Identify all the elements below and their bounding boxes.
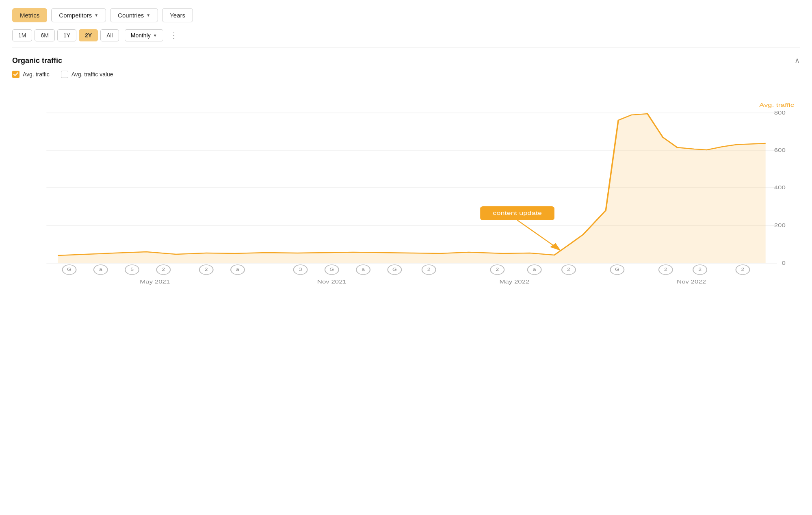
metrics-button[interactable]: Metrics bbox=[12, 8, 47, 22]
update-label-11: 2 bbox=[427, 267, 431, 272]
monthly-dropdown-arrow: ▼ bbox=[153, 33, 157, 38]
range-all-label: All bbox=[106, 32, 113, 39]
more-options-button[interactable]: ⋮ bbox=[166, 29, 182, 42]
update-label-16: 2 bbox=[664, 267, 667, 272]
update-label-14: 2 bbox=[567, 267, 570, 272]
update-label-9: a bbox=[362, 267, 365, 272]
y-tick-200: 200 bbox=[774, 223, 786, 228]
x-label-may2021: May 2021 bbox=[140, 279, 170, 284]
update-label-13: a bbox=[533, 267, 536, 272]
update-label-7: 3 bbox=[299, 267, 302, 272]
avg-traffic-value-label: Avg. traffic value bbox=[71, 71, 113, 78]
countries-label: Countries bbox=[118, 12, 144, 19]
monthly-dropdown-button[interactable]: Monthly ▼ bbox=[125, 29, 163, 41]
years-label: Years bbox=[170, 12, 185, 19]
chart-area-fill bbox=[58, 114, 765, 263]
range-1y-label: 1Y bbox=[63, 32, 70, 39]
y-tick-0: 0 bbox=[782, 260, 785, 266]
update-label-6: a bbox=[236, 267, 239, 272]
update-label-8: G bbox=[329, 267, 334, 272]
y-tick-600: 600 bbox=[774, 147, 786, 153]
dots-icon: ⋮ bbox=[170, 31, 178, 40]
y-tick-400: 400 bbox=[774, 185, 786, 190]
organic-traffic-chart: Avg. traffic 800 600 400 200 0 content u… bbox=[12, 84, 800, 296]
avg-traffic-legend-item[interactable]: Avg. traffic bbox=[12, 71, 50, 78]
range-6m-label: 6M bbox=[41, 32, 48, 39]
section-header: Organic traffic ∧ bbox=[12, 56, 800, 65]
range-1m-label: 1M bbox=[18, 32, 26, 39]
countries-button[interactable]: Countries ▼ bbox=[110, 8, 158, 22]
toolbar: Metrics Competitors ▼ Countries ▼ Years bbox=[12, 8, 800, 22]
update-label-10: G bbox=[392, 267, 397, 272]
range-row: 1M 6M 1Y 2Y All Monthly ▼ ⋮ bbox=[12, 29, 800, 48]
avg-traffic-checkbox[interactable] bbox=[12, 71, 19, 78]
legend-row: Avg. traffic Avg. traffic value bbox=[12, 71, 800, 78]
monthly-label: Monthly bbox=[131, 32, 151, 39]
x-label-may2022: May 2022 bbox=[499, 279, 529, 284]
update-label-3: 5 bbox=[130, 267, 134, 272]
update-label-4: 2 bbox=[162, 267, 165, 272]
range-2y-label: 2Y bbox=[85, 32, 92, 39]
content-update-arrow bbox=[517, 220, 560, 250]
chart-container: Avg. traffic 800 600 400 200 0 content u… bbox=[12, 84, 800, 296]
update-label-5: 2 bbox=[205, 267, 208, 272]
collapse-icon[interactable]: ∧ bbox=[795, 56, 800, 65]
avg-traffic-value-legend-item[interactable]: Avg. traffic value bbox=[61, 71, 113, 78]
range-all-button[interactable]: All bbox=[100, 29, 119, 41]
range-1m-button[interactable]: 1M bbox=[12, 29, 32, 41]
range-6m-button[interactable]: 6M bbox=[35, 29, 54, 41]
y-tick-800: 800 bbox=[774, 110, 786, 115]
section-title: Organic traffic bbox=[12, 56, 62, 65]
update-label-2: a bbox=[99, 267, 102, 272]
update-label-12: 2 bbox=[496, 267, 499, 272]
x-label-nov2022: Nov 2022 bbox=[677, 279, 706, 284]
update-label-15: G bbox=[615, 267, 619, 272]
competitors-label: Competitors bbox=[59, 12, 92, 19]
avg-traffic-label: Avg. traffic bbox=[23, 71, 50, 78]
range-2y-button[interactable]: 2Y bbox=[79, 29, 98, 41]
x-label-nov2021: Nov 2021 bbox=[317, 279, 346, 284]
update-label-17: 2 bbox=[698, 267, 702, 272]
update-label-1: G bbox=[67, 267, 71, 272]
content-update-tooltip-text: content update bbox=[493, 210, 542, 216]
avg-traffic-value-checkbox[interactable] bbox=[61, 71, 68, 78]
years-button[interactable]: Years bbox=[162, 8, 193, 22]
checkmark-icon bbox=[13, 72, 18, 76]
update-label-18: 2 bbox=[741, 267, 745, 272]
competitors-button[interactable]: Competitors ▼ bbox=[51, 8, 106, 22]
range-1y-button[interactable]: 1Y bbox=[57, 29, 76, 41]
competitors-dropdown-arrow: ▼ bbox=[94, 13, 98, 17]
metrics-label: Metrics bbox=[20, 12, 39, 19]
countries-dropdown-arrow: ▼ bbox=[146, 13, 150, 17]
y-axis-title: Avg. traffic bbox=[759, 102, 794, 108]
